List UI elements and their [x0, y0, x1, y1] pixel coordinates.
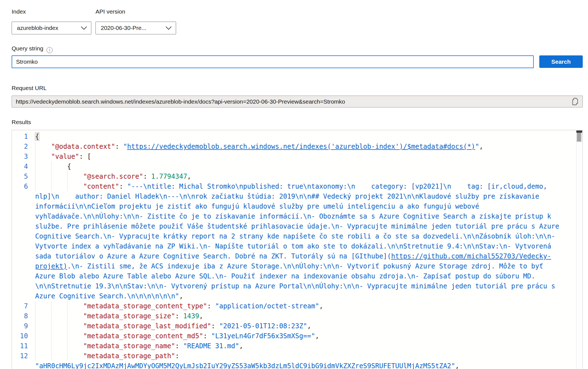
- line-number: 9: [12, 321, 34, 331]
- api-version-dropdown-value: 2020-06-30-Pre...: [101, 25, 163, 31]
- line-number: 11: [12, 341, 34, 351]
- code-line: 5"@search.score": 1.7794347,: [12, 171, 576, 181]
- chevron-down-icon: [81, 26, 87, 30]
- chevron-down-icon: [165, 26, 172, 30]
- search-explorer-page: Index API version azureblob-index 2020-0…: [0, 0, 588, 369]
- line-number: 3: [12, 152, 34, 162]
- line-number: 5: [12, 171, 34, 181]
- request-url-value: https://vedeckydemoblob.search.windows.n…: [16, 98, 568, 105]
- info-icon[interactable]: i: [47, 47, 53, 53]
- line-number: 7: [12, 301, 34, 311]
- code-line-content: "@odata.context": "https://vedeckydemobl…: [34, 142, 576, 152]
- indent-guide: [35, 341, 51, 351]
- indent-guide: [35, 142, 51, 151]
- indent-guide: [67, 321, 83, 331]
- code-line: 9"metadata_storage_last_modified": "2021…: [12, 321, 576, 331]
- indent-guide: [51, 311, 67, 321]
- code-line-content: "metadata_storage_last_modified": "2021-…: [34, 321, 576, 331]
- code-line: 2"@odata.context": "https://vedeckydemob…: [12, 142, 576, 152]
- line-number: 8: [12, 311, 34, 321]
- code-line-content: "metadata_storage_name": "README 31.md",: [34, 341, 576, 351]
- line-number: 1: [12, 132, 34, 142]
- code-line-content: {: [34, 132, 576, 142]
- code-line: 12"metadata_storage_path": "aHR0cHM6Ly9j…: [12, 351, 576, 369]
- indent-guide: [67, 181, 83, 191]
- code-line: 4{: [12, 162, 576, 171]
- indent-guide: [67, 331, 83, 341]
- code-line-content: {: [34, 162, 576, 171]
- api-version-label: API version: [96, 8, 125, 15]
- results-panel: 1{2"@odata.context": "https://vedeckydem…: [12, 130, 583, 369]
- indent-guide: [51, 162, 67, 171]
- request-url-label: Request URL: [12, 85, 47, 91]
- code-line: 3"value": [: [12, 152, 576, 162]
- scrollbar-thumb[interactable]: [577, 133, 581, 142]
- copy-icon[interactable]: [572, 98, 579, 106]
- line-number: 2: [12, 142, 34, 152]
- indent-guide: [51, 321, 67, 331]
- code-line: 1{: [12, 132, 576, 142]
- indent-guide: [51, 301, 67, 311]
- code-line: 10"metadata_storage_content_md5": "L31ye…: [12, 331, 576, 341]
- link-text[interactable]: https://vedeckydemoblob.search.windows.n…: [127, 143, 475, 150]
- indent-guide: [67, 171, 83, 181]
- search-button[interactable]: Search: [539, 55, 583, 68]
- code-line-content: "value": [: [34, 152, 576, 162]
- results-scrollbar[interactable]: [576, 130, 582, 369]
- indent-guide: [51, 351, 67, 361]
- code-line: 7"metadata_storage_content_type": "appli…: [12, 301, 576, 311]
- results-label: Results: [12, 119, 31, 125]
- scrollbar-marker: [576, 130, 582, 133]
- indent-guide: [35, 311, 51, 321]
- code-line-content: "metadata_storage_content_md5": "L31yeLn…: [34, 331, 576, 341]
- code-line: 6"content": "---\ntitle: Michal Stromko\…: [12, 181, 576, 301]
- api-version-dropdown[interactable]: 2020-06-30-Pre...: [96, 22, 176, 34]
- code-line-content: "content": "---\ntitle: Michal Stromko\n…: [34, 181, 576, 301]
- indent-guide: [67, 311, 83, 321]
- code-lines: 1{2"@odata.context": "https://vedeckydem…: [12, 132, 576, 369]
- indent-guide: [35, 162, 51, 171]
- indent-guide: [51, 171, 67, 181]
- code-line: 11"metadata_storage_name": "README 31.md…: [12, 341, 576, 351]
- code-line-content: "metadata_storage_size": 1439,: [34, 311, 576, 321]
- request-url-field: https://vedeckydemoblob.search.windows.n…: [12, 96, 583, 107]
- query-string-label: Query stringi: [12, 45, 53, 53]
- indent-guide: [35, 351, 51, 361]
- indent-guide: [35, 152, 51, 161]
- indent-guide: [67, 351, 83, 361]
- indent-guide: [35, 301, 51, 311]
- indent-guide: [35, 171, 51, 181]
- code-line: 8"metadata_storage_size": 1439,: [12, 311, 576, 321]
- query-input[interactable]: [12, 55, 534, 68]
- indent-guide: [51, 331, 67, 341]
- index-dropdown[interactable]: azureblob-index: [12, 22, 91, 34]
- line-number: 12: [12, 351, 34, 369]
- line-number: 10: [12, 331, 34, 341]
- indent-guide: [67, 301, 83, 311]
- indent-guide: [51, 181, 67, 191]
- line-number: 6: [12, 181, 34, 301]
- indent-guide: [35, 331, 51, 341]
- code-line-content: "metadata_storage_path": "aHR0cHM6Ly9jc2…: [34, 351, 576, 369]
- line-number: 4: [12, 162, 34, 171]
- indent-guide: [67, 341, 83, 351]
- code-line-content: "metadata_storage_content_type": "applic…: [34, 301, 576, 311]
- indent-guide: [35, 181, 51, 191]
- index-dropdown-value: azureblob-index: [17, 25, 78, 31]
- indent-guide: [35, 321, 51, 331]
- indent-guide: [51, 341, 67, 351]
- code-line-content: "@search.score": 1.7794347,: [34, 171, 576, 181]
- index-label: Index: [12, 8, 26, 15]
